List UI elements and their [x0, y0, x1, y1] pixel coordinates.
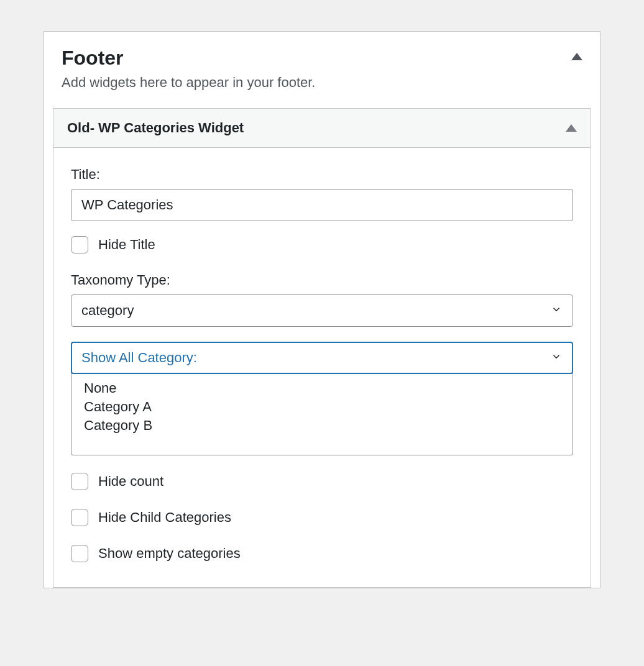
hide-child-checkbox[interactable] — [71, 509, 88, 526]
hide-title-label[interactable]: Hide Title — [98, 237, 155, 253]
hide-count-row: Hide count — [71, 473, 573, 490]
title-field: Title: — [71, 166, 573, 221]
category-option[interactable]: Category A — [71, 398, 573, 416]
title-input[interactable] — [71, 189, 573, 221]
widget-item: Old- WP Categories Widget Title: Hide Ti… — [53, 108, 591, 588]
show-empty-row: Show empty categories — [71, 545, 573, 562]
collapse-icon — [566, 124, 577, 132]
widget-header[interactable]: Old- WP Categories Widget — [53, 109, 591, 148]
panel-title: Footer — [62, 47, 124, 70]
category-option[interactable]: Category B — [71, 416, 573, 435]
panel-header[interactable]: Footer — [44, 32, 600, 75]
taxonomy-field: Taxonomy Type: category — [71, 272, 573, 327]
category-listbox[interactable]: None Category A Category B — [71, 373, 573, 455]
hide-title-checkbox[interactable] — [71, 236, 88, 253]
widget-area-panel: Footer Add widgets here to appear in you… — [44, 31, 600, 588]
hide-title-row: Hide Title — [71, 236, 573, 253]
hide-count-checkbox[interactable] — [71, 473, 88, 490]
category-select-wrap: Show All Category: — [71, 342, 573, 374]
taxonomy-select-wrap: category — [71, 294, 573, 327]
widget-body: Title: Hide Title Taxonomy Type: categor… — [53, 148, 591, 587]
hide-child-row: Hide Child Categories — [71, 509, 573, 526]
hide-child-label[interactable]: Hide Child Categories — [98, 509, 231, 526]
collapse-icon — [571, 53, 582, 60]
hide-count-label[interactable]: Hide count — [98, 473, 163, 490]
category-select[interactable]: Show All Category: — [71, 342, 573, 374]
show-empty-label[interactable]: Show empty categories — [98, 545, 241, 562]
taxonomy-select[interactable]: category — [71, 294, 573, 327]
taxonomy-label: Taxonomy Type: — [71, 272, 573, 288]
show-empty-checkbox[interactable] — [71, 545, 88, 562]
widget-name: Old- WP Categories Widget — [67, 120, 244, 136]
title-label: Title: — [71, 166, 573, 183]
category-option[interactable]: None — [71, 379, 573, 398]
category-field: Show All Category: None Category A Categ… — [71, 342, 573, 455]
panel-description: Add widgets here to appear in your foote… — [44, 75, 600, 108]
